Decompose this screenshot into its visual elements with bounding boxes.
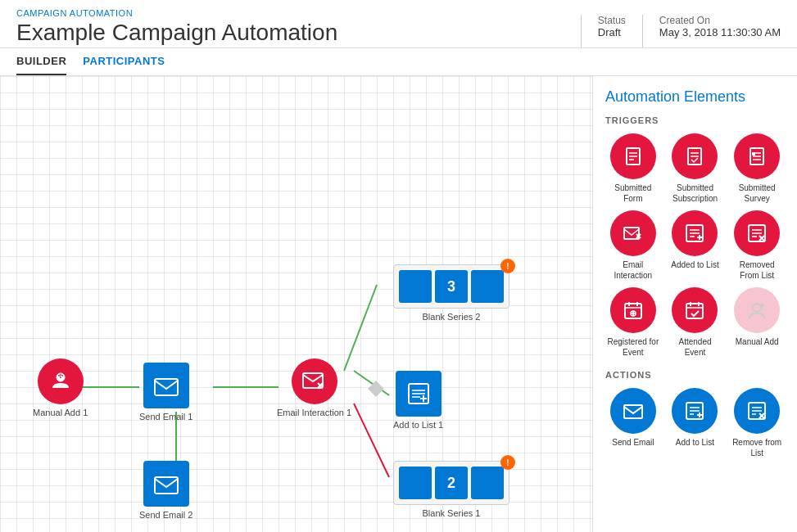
- tab-participants[interactable]: PARTICIPANTS: [83, 48, 165, 75]
- removed-from-list-icon: [734, 210, 780, 256]
- svg-rect-21: [155, 477, 178, 494]
- series-2-alert: !: [500, 259, 515, 273]
- blank-series-1-node[interactable]: 2 ! Blank Series 1: [393, 461, 509, 518]
- status-item: Status Draft: [598, 15, 626, 38]
- trigger-submitted-subscription[interactable]: Submitted Subscription: [668, 133, 723, 204]
- remove-from-list-action-label: Remove from List: [729, 437, 785, 458]
- series-1-number: 2: [435, 467, 468, 499]
- email-interaction-1-label: Email Interaction 1: [277, 408, 351, 417]
- created-value: May 3, 2018 11:30:30 AM: [659, 26, 781, 38]
- sidebar-title: Automation Elements: [605, 88, 785, 106]
- status-value: Draft: [598, 26, 626, 38]
- meta-section: Status Draft Created On May 3, 2018 11:3…: [564, 8, 781, 47]
- submitted-subscription-label: Submitted Subscription: [668, 183, 723, 204]
- svg-rect-33: [752, 152, 755, 156]
- trigger-registered-event[interactable]: Registered for Event: [605, 287, 661, 358]
- main-content: + Manual Add 1 Send Email 1: [0, 76, 797, 532]
- add-to-list-action-icon: [672, 388, 718, 434]
- series-1-block2: [471, 467, 504, 499]
- add-to-list-1-label: Add to List 1: [393, 420, 443, 430]
- meta-divider-2: [642, 15, 643, 47]
- series-1-alert: !: [500, 455, 515, 470]
- series-1-block1: [399, 467, 432, 499]
- registered-event-icon: [610, 287, 656, 333]
- send-email-action-label: Send Email: [612, 437, 654, 448]
- trigger-submitted-form[interactable]: Submitted Form: [605, 133, 661, 204]
- action-send-email[interactable]: Send Email: [605, 388, 661, 458]
- email-interaction-icon: [610, 210, 656, 256]
- submitted-subscription-icon: [672, 133, 718, 179]
- send-email-action-icon: [610, 388, 656, 434]
- attended-event-label: Attended Event: [668, 336, 723, 358]
- svg-rect-63: [624, 405, 642, 418]
- action-add-to-list[interactable]: Add to List: [668, 388, 723, 458]
- title-section: CAMPAIGN AUTOMATION Example Campaign Aut…: [16, 8, 564, 46]
- canvas-area[interactable]: + Manual Add 1 Send Email 1: [0, 76, 592, 532]
- add-to-list-action-label: Add to List: [676, 437, 714, 448]
- page-title: Example Campaign Automation: [16, 20, 564, 46]
- removed-from-list-label: Removed From List: [729, 259, 785, 281]
- submitted-survey-label: Submitted Survey: [729, 183, 785, 204]
- trigger-email-interaction[interactable]: Email Interaction: [605, 210, 661, 281]
- svg-text:+: +: [59, 372, 63, 380]
- send-email-1-label: Send Email 1: [139, 412, 192, 422]
- blank-series-1-label: Blank Series 1: [423, 508, 481, 518]
- action-remove-from-list[interactable]: Remove from List: [729, 388, 785, 458]
- attended-event-icon: [672, 287, 718, 333]
- automation-sidebar: Automation Elements TRIGGERS Submitted F…: [592, 76, 797, 532]
- blank-series-2-label: Blank Series 2: [423, 312, 481, 322]
- submitted-form-icon: [610, 133, 656, 179]
- added-to-list-label: Added to List: [671, 259, 718, 270]
- series-2-block2: [471, 270, 504, 303]
- trigger-removed-from-list[interactable]: Removed From List: [729, 210, 785, 281]
- meta-divider: [581, 15, 582, 47]
- diamond-connector: [368, 381, 384, 397]
- remove-from-list-action-icon: [734, 388, 780, 434]
- submitted-form-label: Submitted Form: [605, 183, 661, 204]
- email-interaction-label: Email Interaction: [605, 259, 661, 281]
- tab-builder[interactable]: BUILDER: [16, 48, 66, 75]
- manual-add-1-node[interactable]: + Manual Add 1: [33, 358, 88, 417]
- created-label: Created On: [659, 15, 781, 26]
- actions-grid: Send Email Add to List: [605, 388, 785, 458]
- svg-rect-11: [155, 379, 178, 395]
- trigger-manual-add[interactable]: Manual Add: [729, 287, 785, 358]
- manual-add-icon: [734, 287, 780, 333]
- send-email-1-node[interactable]: Send Email 1: [139, 363, 192, 422]
- nav-tabs: BUILDER PARTICIPANTS: [0, 48, 797, 76]
- send-email-2-node[interactable]: Send Email 2: [139, 461, 192, 520]
- top-bar: CAMPAIGN AUTOMATION Example Campaign Aut…: [0, 0, 797, 48]
- send-email-2-label: Send Email 2: [139, 510, 192, 520]
- series-2-block1: [399, 270, 432, 303]
- campaign-label: CAMPAIGN AUTOMATION: [16, 8, 564, 18]
- trigger-attended-event[interactable]: Attended Event: [668, 287, 723, 358]
- triggers-label: TRIGGERS: [605, 115, 785, 125]
- added-to-list-icon: [672, 210, 718, 256]
- actions-label: ACTIONS: [605, 370, 785, 380]
- manual-add-label: Manual Add: [736, 336, 779, 347]
- manual-add-1-label: Manual Add 1: [33, 408, 88, 417]
- status-label: Status: [598, 15, 626, 26]
- series-2-number: 3: [435, 270, 468, 303]
- registered-event-label: Registered for Event: [605, 336, 661, 358]
- email-interaction-1-node[interactable]: Email Interaction 1: [277, 358, 351, 417]
- blank-series-2-node[interactable]: 3 ! Blank Series 2: [393, 264, 509, 322]
- add-to-list-1-node[interactable]: Add to List 1: [393, 371, 443, 430]
- trigger-submitted-survey[interactable]: Submitted Survey: [729, 133, 785, 204]
- triggers-grid: Submitted Form Submitted Subscription: [605, 133, 785, 358]
- created-item: Created On May 3, 2018 11:30:30 AM: [659, 15, 781, 38]
- submitted-survey-icon: [734, 133, 780, 179]
- svg-line-3: [354, 404, 389, 477]
- trigger-added-to-list[interactable]: Added to List: [668, 210, 723, 281]
